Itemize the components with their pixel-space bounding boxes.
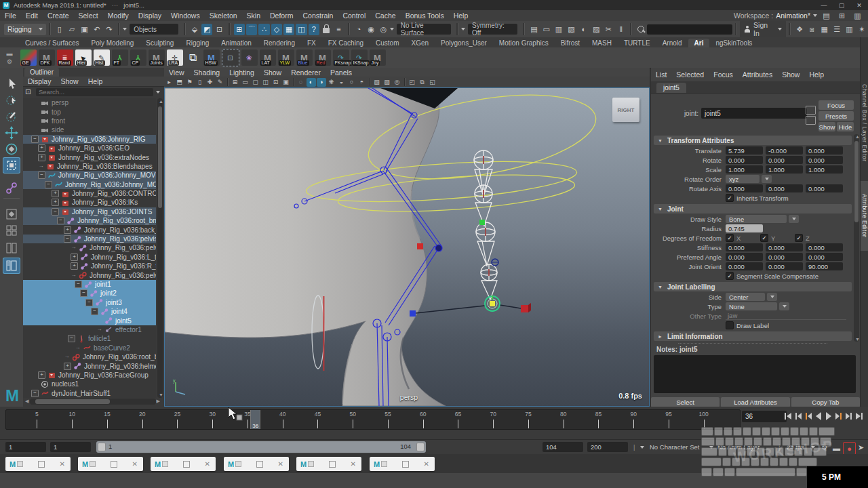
shelf-menu-column[interactable]: ▬⚙	[0, 50, 19, 65]
shelf-tool-cp-icon[interactable]: YCP	[130, 49, 146, 66]
shelf-tab-poly-modeling[interactable]: Poly Modeling	[85, 39, 140, 47]
tree-item-johnny-rig-v036-pelvis-bn01-or[interactable]: →Johnny_Rig_v036:pelvis_bn01_or	[23, 270, 156, 279]
tree-item-follicle1[interactable]: −follicle1	[23, 334, 156, 343]
viewport-menu-lighting[interactable]: Lighting	[224, 68, 259, 77]
shelf-tool-dfk-icon[interactable]: MDFK	[39, 49, 55, 66]
paint-select-tool-icon[interactable]	[3, 108, 20, 125]
texture-view-icon[interactable]: ▤	[528, 24, 539, 35]
dropdown-rotate-order[interactable]: xyz	[726, 175, 760, 183]
animation-end-field[interactable]: 104	[542, 442, 583, 452]
search-input[interactable]: Search...	[36, 88, 153, 96]
range-slider-bar[interactable]: 1 104	[96, 441, 426, 453]
tree-item-johnny-rig-v036-root-bn01-paren[interactable]: →Johnny_Rig_v036:root_bn01_paren	[23, 352, 156, 361]
playback-end-field[interactable]: 200	[587, 442, 628, 452]
playback-start-field[interactable]: 1	[5, 442, 46, 452]
tree-item-effector1[interactable]: →effector1	[23, 325, 156, 334]
playback-loop-icon[interactable]: ↻	[818, 442, 830, 453]
shelf-tool-hsw-icon[interactable]: MHSW	[203, 49, 220, 66]
field-stiffness-0[interactable]: 0.000	[726, 243, 763, 251]
menu-bonus-tools[interactable]: Bonus Tools	[401, 12, 449, 20]
checkbox-draw-label[interactable]	[726, 321, 734, 329]
shelf-tool-blue-icon[interactable]: MBlue	[296, 49, 313, 66]
close-icon[interactable]: ✕	[424, 460, 429, 468]
outliner-menu-show[interactable]: Show	[56, 77, 83, 85]
tree-item-top[interactable]: top	[23, 107, 156, 116]
textured-icon[interactable]: ◑	[317, 78, 326, 87]
shelf-tool-ylw-icon[interactable]: MYLW	[278, 49, 294, 66]
show-graph-editor-icon[interactable]: ▦	[819, 24, 830, 35]
gate-mask-icon[interactable]: ◫	[261, 78, 271, 87]
shelf-tool-lat-icon[interactable]: MLAT	[260, 49, 276, 66]
close-icon[interactable]: ✕	[132, 460, 138, 468]
tree-item-joint4[interactable]: −joint4	[23, 307, 156, 316]
checkbox-segment-scale-compensate[interactable]: ✓	[726, 272, 734, 280]
outliner-tab[interactable]: Outliner	[24, 68, 59, 77]
menu-skeleton[interactable]: Skeleton	[205, 12, 242, 20]
shelf-tool-iksnap-icon[interactable]: ↷IKSnap	[351, 49, 368, 66]
shelf-tab-polygons-user[interactable]: Polygons_User	[435, 39, 493, 47]
field-rotate-0[interactable]: 0.000	[726, 156, 763, 164]
field-scale-2[interactable]: 1.000	[806, 165, 843, 174]
menu-select[interactable]: Select	[74, 12, 103, 20]
shelf-tab-animation[interactable]: Animation	[215, 39, 257, 47]
attribute-editor-node-tab[interactable]: joint5	[656, 83, 686, 93]
step-back-key-button[interactable]	[804, 410, 813, 422]
render-icon[interactable]: ◔	[353, 24, 364, 35]
pin-tab-icon[interactable]	[806, 106, 816, 115]
shelf-tab-ari[interactable]: Ari	[688, 39, 710, 47]
field-other-type[interactable]: jaw	[726, 312, 846, 320]
field-rotate-2[interactable]: 0.000	[806, 156, 843, 164]
show-attribute-editor-icon[interactable]: ▥	[844, 24, 854, 35]
collapse-icon[interactable]: −	[38, 171, 45, 179]
cut-icon[interactable]: ✂	[603, 24, 614, 35]
panel-grid-icon[interactable]: ⊞	[836, 10, 848, 22]
layout-two-pane-icon[interactable]	[3, 240, 20, 256]
shelf-tab-arnold[interactable]: Arnold	[656, 39, 688, 47]
chevron-down-icon[interactable]	[762, 175, 772, 183]
selection-mask-field[interactable]: Objects	[130, 24, 178, 35]
snap-to-grid-icon[interactable]: ⊞	[234, 24, 245, 35]
side-tab-channel-box-layer-editor[interactable]: Channel Box / Layer Editor	[861, 70, 868, 176]
select-hierarchy-icon[interactable]: ⬙	[189, 24, 200, 35]
snap-to-curve-icon[interactable]: ⌒	[246, 24, 257, 35]
collapse-icon[interactable]: −	[80, 289, 87, 297]
hide-button[interactable]: Hide	[837, 122, 854, 131]
menu-modify[interactable]: Modify	[103, 12, 134, 20]
shelf-tool-snap-icon[interactable]: ⊡	[222, 49, 239, 66]
layout-icon[interactable]: ▤	[821, 10, 832, 22]
ae-menu-focus[interactable]: Focus	[709, 70, 738, 79]
divider[interactable]	[678, 343, 827, 344]
animation-preferences-icon[interactable]: ➤	[855, 442, 867, 453]
resolution-gate-icon[interactable]: ▥	[553, 24, 564, 35]
render-settings-icon[interactable]: ◎	[378, 24, 389, 35]
tree-item-johnny-rig-v036-johnny-mover[interactable]: −Johnny_Rig_v036:Johnny_MOVER	[23, 171, 156, 180]
tree-item-johnny-rig-v036-extranodes[interactable]: +Johnny_Rig_v036:extraNodes	[23, 152, 156, 161]
outliner-menu-help[interactable]: Help	[83, 77, 108, 85]
notes-area[interactable]	[654, 355, 856, 393]
field-preferred-angle-0[interactable]: 0.000	[726, 253, 763, 261]
undo-icon[interactable]: ↶	[92, 24, 102, 35]
move-tool-icon[interactable]	[3, 125, 20, 141]
close-icon[interactable]: ✕	[60, 460, 65, 468]
dropdown-side[interactable]: Center	[726, 293, 765, 301]
menu-cache[interactable]: Cache	[370, 12, 400, 20]
arnold-icon[interactable]: ✶	[856, 24, 867, 35]
outliner-vertical-scrollbar[interactable]: ▲ ▼	[157, 98, 163, 398]
go-to-end-button[interactable]	[854, 410, 864, 422]
checkbox-inherits-transform[interactable]: ✓	[726, 194, 734, 202]
shelf-tab-bifrost[interactable]: Bifrost	[555, 39, 586, 47]
viewport-menu-panels[interactable]: Panels	[326, 68, 357, 77]
tree-item-joint5[interactable]: joint5	[23, 316, 156, 325]
expand-icon[interactable]: +	[71, 262, 78, 270]
field-chart-icon[interactable]: ⊡	[271, 78, 281, 87]
xray-joints-icon[interactable]: ▨	[382, 78, 392, 87]
shelf-tool-rand-icon[interactable]: ≣Rand	[57, 49, 73, 66]
shelf-tab-custom[interactable]: Custom	[370, 39, 405, 47]
restore-icon[interactable]	[111, 461, 117, 468]
select-object-icon[interactable]: ◩	[201, 24, 212, 35]
chevron-down-icon[interactable]	[789, 215, 799, 223]
tree-item-johnny-rig-v036-back-bn01[interactable]: +Johnny_Rig_v036:back_bn01	[23, 225, 156, 234]
tree-item-johnny-rig-v036-johnny-mover2[interactable]: −Johnny_Rig_v036:Johnny_MOVER2	[23, 180, 156, 189]
restore-icon[interactable]	[402, 461, 409, 468]
shelf-tab-xgen[interactable]: XGen	[405, 39, 435, 47]
